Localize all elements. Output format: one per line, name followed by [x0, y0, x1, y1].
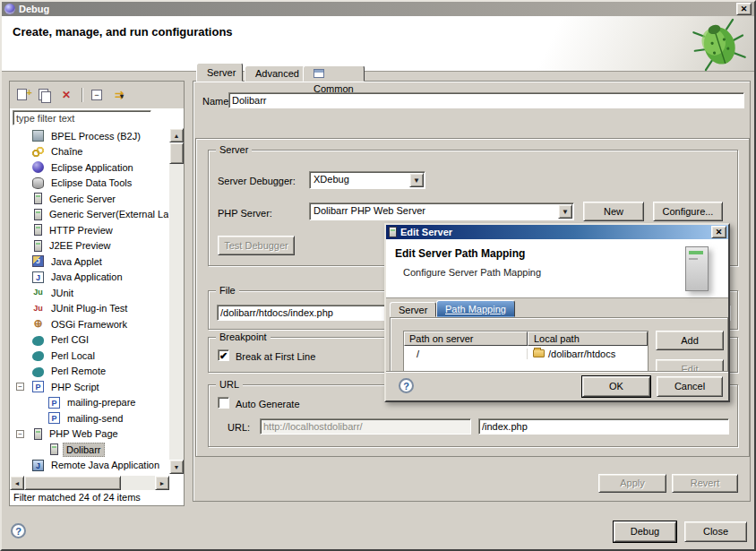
- php-icon: P: [32, 381, 44, 392]
- break-at-first-line-checkbox[interactable]: ✔: [218, 349, 229, 361]
- debug-bug-icon: [692, 18, 747, 72]
- tree-vertical-scrollbar[interactable]: ▲ ▼: [169, 128, 184, 474]
- server-debugger-value: XDebug: [310, 172, 425, 188]
- tree-item-dolibarr[interactable]: Dolibarr: [11, 442, 168, 458]
- tree-item-perl-cgi[interactable]: Perl CGI: [11, 332, 168, 349]
- url-base-input: [260, 418, 471, 435]
- auto-generate-checkbox[interactable]: [218, 397, 229, 409]
- configure-server-button[interactable]: Configure...: [653, 202, 723, 221]
- tree-item-eclipse-application[interactable]: Eclipse Application: [11, 159, 168, 176]
- dialog-help-button[interactable]: ?: [399, 378, 414, 393]
- window-help-button[interactable]: ?: [11, 523, 26, 538]
- edit-server-close-button[interactable]: ✕: [711, 226, 726, 238]
- tree-item-label: Generic Server(External La: [47, 208, 168, 220]
- scroll-down-button[interactable]: ▼: [169, 460, 184, 474]
- tab-advanced[interactable]: Advanced: [245, 65, 310, 82]
- tree-item-junit[interactable]: JuJUnit: [11, 285, 168, 301]
- scroll-up-button[interactable]: ▲: [169, 128, 184, 142]
- common-tab-icon: [314, 69, 324, 78]
- tree-item-mailing-send[interactable]: Pmailing-send: [11, 410, 168, 426]
- tree-item-remote-java-application[interactable]: JRemote Java Application: [11, 458, 168, 474]
- column-path-on-server[interactable]: Path on server: [404, 331, 528, 346]
- path-mapping-table[interactable]: Path on server Local path //dolibarr/htd…: [403, 331, 649, 373]
- tree-item-j2ee-preview[interactable]: J2EE Preview: [11, 238, 168, 254]
- edit-server-titlebar[interactable]: Edit Server ✕: [386, 225, 728, 239]
- new-server-button[interactable]: New: [583, 202, 644, 221]
- tab-server[interactable]: Server: [196, 63, 243, 82]
- tree-item-label: Dolibarr: [63, 443, 105, 457]
- tab-server-settings[interactable]: Server: [390, 302, 436, 317]
- expander-minus-icon[interactable]: −: [16, 430, 24, 438]
- tree-item-label: mailing-send: [64, 412, 125, 425]
- combo-arrow-icon[interactable]: ▼: [558, 204, 572, 219]
- tree-item-mailing-prepare[interactable]: Pmailing-prepare: [11, 395, 168, 411]
- tree-item-java-applet[interactable]: JJava Applet: [11, 254, 168, 270]
- tree-item-generic-server[interactable]: Generic Server: [11, 191, 168, 207]
- collapse-all-button[interactable]: −: [90, 88, 106, 103]
- php-server-select[interactable]: Dolibarr PHP Web Server ▼: [309, 202, 574, 220]
- tree-item-label: JUnit Plug-in Test: [48, 302, 130, 314]
- horizontal-scroll-thumb[interactable]: [24, 476, 121, 490]
- window-titlebar[interactable]: Debug ✕: [2, 2, 754, 16]
- new-configuration-button[interactable]: +: [15, 88, 31, 103]
- debug-button[interactable]: Debug: [614, 521, 676, 542]
- expander-minus-icon[interactable]: −: [16, 383, 24, 391]
- close-button[interactable]: Close: [684, 521, 747, 542]
- tree-item-bpel-process-b2j-[interactable]: BPEL Process (B2J): [11, 128, 168, 144]
- tree-item-junit-plug-in-test[interactable]: JuJUnit Plug-in Test: [11, 301, 168, 317]
- chain-icon: [32, 146, 44, 158]
- cancel-button[interactable]: Cancel: [657, 376, 723, 397]
- configuration-name-input[interactable]: [228, 92, 744, 108]
- breakpoint-group-legend: Breakpoint: [216, 331, 271, 342]
- tree-item-label: Perl Remote: [48, 365, 108, 377]
- tree-item-php-script[interactable]: −PPHP Script: [11, 379, 168, 395]
- eclipse-logo-icon: [4, 4, 15, 14]
- type-filter-input[interactable]: [13, 110, 151, 125]
- tree-item-label: OSGi Framework: [48, 318, 130, 331]
- tree-horizontal-scrollbar[interactable]: ◄ ►: [10, 476, 169, 490]
- tree-item-label: PHP Script: [48, 381, 102, 393]
- scroll-left-button[interactable]: ◄: [10, 476, 24, 490]
- tree-item-php-web-page[interactable]: −PHP Web Page: [11, 426, 168, 443]
- remote-java-icon: J: [32, 460, 44, 471]
- delete-configuration-button[interactable]: ✕: [58, 88, 74, 103]
- config-tree: BPEL Process (B2J)ChaîneEclipse Applicat…: [11, 128, 168, 474]
- ok-button[interactable]: OK: [582, 376, 650, 397]
- tree-item-generic-server-external-la[interactable]: Generic Server(External La: [11, 207, 168, 223]
- bpel-process-icon: [32, 130, 44, 142]
- add-mapping-button[interactable]: Add: [656, 331, 724, 350]
- php-icon: P: [48, 412, 60, 424]
- edit-server-header-subtitle: Configure Server Path Mapping: [403, 267, 541, 278]
- folder-icon: [533, 349, 545, 357]
- tree-item-label: Eclipse Data Tools: [48, 176, 134, 189]
- window-close-button[interactable]: ✕: [736, 3, 752, 15]
- url-path-input[interactable]: [478, 418, 729, 435]
- tree-item-perl-local[interactable]: Perl Local: [11, 348, 168, 364]
- local-path-cell: /dolibarr/htdocs: [528, 349, 648, 359]
- scroll-right-button[interactable]: ►: [155, 476, 169, 490]
- filter-launch-configurations-button[interactable]: ⇉▾: [111, 88, 127, 103]
- url-label: URL:: [228, 422, 250, 433]
- banner-title: Create, manage, and run configurations: [2, 16, 754, 39]
- server-debugger-select[interactable]: XDebug ▼: [309, 171, 425, 189]
- tree-item-eclipse-data-tools[interactable]: Eclipse Data Tools: [11, 176, 168, 192]
- column-local-path[interactable]: Local path: [528, 331, 648, 346]
- test-debugger-button: Test Debugger: [218, 236, 295, 255]
- perl-icon: [32, 351, 44, 361]
- server-group-legend: Server: [216, 144, 252, 155]
- tree-item-java-application[interactable]: JJava Application: [11, 270, 168, 286]
- path-mapping-row[interactable]: //dolibarr/htdocs: [404, 346, 648, 361]
- tree-item-label: Perl Local: [48, 349, 98, 362]
- path-mapping-table-header: Path on server Local path: [404, 331, 648, 346]
- tab-common[interactable]: Common: [303, 65, 365, 82]
- tree-item-cha-ne[interactable]: Chaîne: [11, 144, 168, 160]
- perl-icon: [32, 336, 44, 346]
- combo-arrow-icon[interactable]: ▼: [409, 173, 424, 187]
- tree-item-perl-remote[interactable]: Perl Remote: [11, 364, 168, 380]
- perl-icon: [32, 367, 44, 377]
- tree-item-http-preview[interactable]: HTTP Preview: [11, 222, 168, 238]
- duplicate-configuration-button[interactable]: [37, 88, 53, 103]
- vertical-scroll-thumb[interactable]: [169, 142, 184, 164]
- tree-item-osgi-framework[interactable]: ⊕OSGi Framework: [11, 316, 168, 332]
- tab-path-mapping[interactable]: Path Mapping: [436, 300, 515, 317]
